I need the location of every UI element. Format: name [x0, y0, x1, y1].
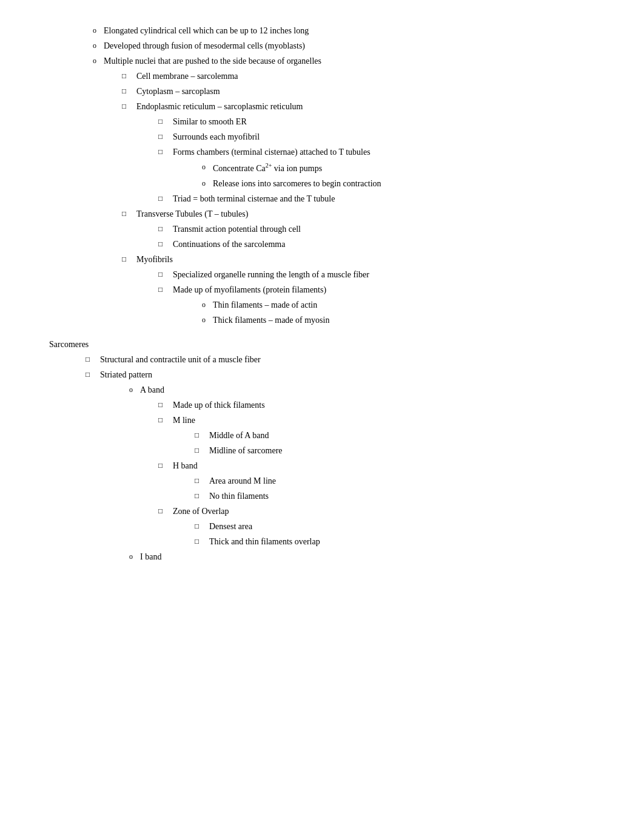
item-text: Multiple nuclei that are pushed to the s… [104, 55, 595, 67]
bullet-o: o [195, 314, 213, 326]
bullet-sq: □ [122, 70, 136, 83]
item-text: Thick filaments – made of myosin [213, 314, 595, 326]
bullet-sq: □ [86, 368, 100, 381]
item-text: Midline of sarcomere [209, 444, 595, 457]
item-text: Developed through fusion of mesodermal c… [104, 39, 595, 52]
list-item: □ Cytoplasm – sarcoplasm [49, 85, 595, 98]
item-text: Densest area [209, 520, 595, 533]
list-item: □ Striated pattern [49, 368, 595, 381]
bullet-sq: □ [195, 490, 209, 502]
list-item: □ Transverse Tubules (T – tubules) [49, 208, 595, 220]
bullet-sq: □ [122, 253, 136, 266]
list-item: □ Continuations of the sarcolemma [49, 238, 595, 251]
list-item: □ Made up of thick filaments [49, 399, 595, 411]
bullet-o: o [122, 550, 140, 563]
item-text: No thin filaments [209, 490, 595, 502]
item-text: Myofibrils [136, 253, 595, 266]
list-item: o Multiple nuclei that are pushed to the… [49, 55, 595, 67]
bullet-sq: □ [122, 208, 136, 220]
bullet-sq: □ [158, 399, 173, 411]
list-item: □ Cell membrane – sarcolemma [49, 70, 595, 83]
bullet-sq: □ [158, 414, 173, 427]
list-item: □ Similar to smooth ER [49, 115, 595, 128]
bullet-sq: □ [86, 353, 100, 366]
list-item: □ Made up of myofilaments (protein filam… [49, 283, 595, 296]
item-text: Continuations of the sarcolemma [173, 238, 595, 251]
bullet-o: o [86, 39, 104, 52]
bullet-sq: □ [158, 192, 173, 205]
item-text: Release ions into sarcomeres to begin co… [213, 177, 595, 190]
bullet-o: o [195, 177, 213, 190]
item-text: Area around M line [209, 475, 595, 487]
item-text: Triad = both terminal cisternae and the … [173, 192, 595, 205]
first-section: o Elongated cylindrical cell which can b… [49, 24, 595, 326]
list-item: □ Structural and contractile unit of a m… [49, 353, 595, 366]
bullet-sq: □ [158, 238, 173, 251]
list-item: □ H band [49, 459, 595, 472]
list-item: o Developed through fusion of mesodermal… [49, 39, 595, 52]
list-item: o Concentrate Ca2+ via ion pumps [49, 161, 595, 175]
item-text: Structural and contractile unit of a mus… [100, 353, 595, 366]
item-text: Cell membrane – sarcolemma [136, 70, 595, 83]
bullet-sq: □ [158, 283, 173, 296]
list-item: □ M line [49, 414, 595, 427]
item-text: Thick and thin filaments overlap [209, 535, 595, 548]
item-text: Specialized organelle running the length… [173, 268, 595, 281]
page-content: o Elongated cylindrical cell which can b… [49, 24, 595, 563]
list-item: o A band [49, 384, 595, 396]
bullet-o: o [195, 299, 213, 311]
item-text: Transmit action potential through cell [173, 223, 595, 235]
bullet-sq: □ [158, 223, 173, 235]
item-text: Cytoplasm – sarcoplasm [136, 85, 595, 98]
bullet-sq: □ [158, 505, 173, 518]
item-text: Forms chambers (terminal cisternae) atta… [173, 146, 595, 158]
bullet-sq: □ [122, 100, 136, 113]
list-item: o Release ions into sarcomeres to begin … [49, 177, 595, 190]
item-text: Made up of thick filaments [173, 399, 595, 411]
bullet-o: o [86, 24, 104, 37]
item-text: H band [173, 459, 595, 472]
bullet-sq: □ [122, 85, 136, 98]
bullet-sq: □ [158, 268, 173, 281]
list-item: □ Densest area [49, 520, 595, 533]
list-item: □ Myofibrils [49, 253, 595, 266]
list-item: □ Area around M line [49, 475, 595, 487]
item-text: Zone of Overlap [173, 505, 595, 518]
list-item: □ Endoplasmic reticulum – sarcoplasmic r… [49, 100, 595, 113]
item-text: Transverse Tubules (T – tubules) [136, 208, 595, 220]
item-text: A band [140, 384, 595, 396]
item-text: Middle of A band [209, 429, 595, 442]
list-item: o I band [49, 550, 595, 563]
list-item: □ Middle of A band [49, 429, 595, 442]
item-text: Similar to smooth ER [173, 115, 595, 128]
item-text: Thin filaments – made of actin [213, 299, 595, 311]
list-item: □ Thick and thin filaments overlap [49, 535, 595, 548]
item-text: Elongated cylindrical cell which can be … [104, 24, 595, 37]
list-item: □ Transmit action potential through cell [49, 223, 595, 235]
item-text: Striated pattern [100, 368, 595, 381]
item-text: M line [173, 414, 595, 427]
bullet-sq: □ [195, 520, 209, 533]
list-item: □ Surrounds each myofibril [49, 130, 595, 143]
list-item: □ Midline of sarcomere [49, 444, 595, 457]
bullet-sq: □ [195, 444, 209, 457]
bullet-o: o [122, 384, 140, 396]
bullet-sq: □ [158, 459, 173, 472]
item-text: Endoplasmic reticulum – sarcoplasmic ret… [136, 100, 595, 113]
item-text: I band [140, 550, 595, 563]
list-item: □ Zone of Overlap [49, 505, 595, 518]
bullet-sq: □ [195, 475, 209, 487]
bullet-sq: □ [195, 535, 209, 548]
bullet-sq: □ [195, 429, 209, 442]
sarcomeres-heading: Sarcomeres [49, 340, 595, 350]
item-text: Made up of myofilaments (protein filamen… [173, 283, 595, 296]
bullet-sq: □ [158, 146, 173, 158]
bullet-o: o [195, 161, 213, 175]
list-item: o Elongated cylindrical cell which can b… [49, 24, 595, 37]
bullet-sq: □ [158, 115, 173, 128]
list-item: □ Forms chambers (terminal cisternae) at… [49, 146, 595, 158]
sarcomeres-section: □ Structural and contractile unit of a m… [49, 353, 595, 563]
list-item: o Thin filaments – made of actin [49, 299, 595, 311]
list-item: □ No thin filaments [49, 490, 595, 502]
item-text: Concentrate Ca2+ via ion pumps [213, 161, 595, 175]
